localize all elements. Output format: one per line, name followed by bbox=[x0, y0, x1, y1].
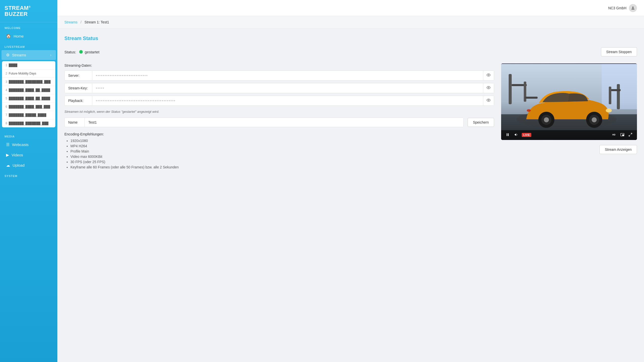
server-toggle-button[interactable] bbox=[483, 71, 494, 80]
name-field-label: Name bbox=[65, 118, 85, 127]
svg-point-21 bbox=[606, 108, 612, 113]
show-stream-button[interactable]: Stream Anzeigen bbox=[599, 145, 637, 154]
breadcrumb-parent[interactable]: Streams bbox=[64, 20, 77, 24]
username: NC3 GmbH bbox=[608, 6, 626, 10]
volume-button[interactable] bbox=[513, 132, 519, 138]
name-input[interactable] bbox=[85, 118, 463, 127]
encoding-item: Video max 6000KBit bbox=[70, 155, 494, 159]
right-column: LIVE HD bbox=[501, 63, 637, 170]
svg-point-1 bbox=[488, 75, 489, 76]
page-body: Stream Status Status: gestartet Stream S… bbox=[57, 28, 644, 177]
svg-rect-27 bbox=[622, 135, 624, 136]
svg-rect-20 bbox=[609, 87, 611, 104]
main-columns: Streaming-Daten: Server: •••••••••••••••… bbox=[64, 63, 637, 170]
logo-line2: BUZZER bbox=[5, 11, 53, 17]
playback-toggle-button[interactable] bbox=[483, 96, 494, 105]
stream-list: 1████ 2Future Mobility Days 3███████_███… bbox=[2, 61, 55, 127]
svg-text:HD: HD bbox=[612, 134, 616, 136]
encoding-item: 30 FPS (oder 25 FPS) bbox=[70, 160, 494, 164]
name-row: Name bbox=[64, 118, 464, 127]
pause-button[interactable] bbox=[505, 132, 511, 138]
playback-field-row: Playback: ••••••••••••••••••••••••••••••… bbox=[64, 96, 494, 106]
breadcrumb: Streams / Stream 1: Test1 bbox=[64, 20, 637, 24]
status-row: Status: gestartet Stream Stoppen bbox=[64, 47, 637, 56]
sidebar-item-upload[interactable]: ☁ Upload bbox=[2, 160, 56, 170]
upload-icon: ☁ bbox=[6, 163, 10, 168]
stream-key-label: Stream-Key: bbox=[65, 84, 92, 93]
list-item[interactable]: 6███████_████_███_███ bbox=[2, 103, 55, 111]
svg-point-0 bbox=[632, 7, 634, 8]
save-button[interactable]: Speichern bbox=[468, 118, 494, 127]
quality-button[interactable]: HD bbox=[611, 132, 617, 138]
sidebar-item-streams[interactable]: ⚙ Streams › bbox=[2, 50, 56, 60]
user-info: NC3 GmbH bbox=[608, 4, 637, 12]
list-item[interactable]: 1████ bbox=[2, 61, 55, 69]
sidebar-item-streams-label: Streams bbox=[12, 53, 26, 57]
breadcrumb-bar: Streams / Stream 1: Test1 bbox=[57, 16, 644, 28]
list-item[interactable]: 4███████_████_██_████ bbox=[2, 86, 55, 94]
video-preview: LIVE HD bbox=[501, 63, 637, 140]
stream-key-value: ••••• bbox=[92, 84, 483, 93]
sidebar-item-home[interactable]: 🏠 Home bbox=[2, 31, 56, 41]
svg-point-13 bbox=[592, 117, 597, 122]
logo-text: STREAM® BUZZER bbox=[5, 5, 53, 17]
webcasts-icon: ☰ bbox=[6, 142, 10, 147]
playback-label: Playback: bbox=[65, 96, 92, 105]
list-item[interactable]: 3███████_████████_███ bbox=[2, 78, 55, 86]
server-value: •••••••••••••••••••••••••••••• bbox=[92, 71, 483, 80]
logo: STREAM® BUZZER bbox=[0, 0, 57, 22]
list-item[interactable]: 5███████_████_██_████ bbox=[2, 94, 55, 103]
pip-button[interactable] bbox=[619, 132, 625, 138]
video-controls-bar: LIVE HD bbox=[501, 130, 637, 140]
encoding-item: Profile Main bbox=[70, 149, 494, 153]
svg-point-22 bbox=[527, 109, 531, 112]
videos-icon: ▶ bbox=[6, 153, 9, 157]
sidebar-section-welcome: WELCOME bbox=[0, 22, 57, 31]
playback-value: ••••••••••••••••••••••••••••••••••••••••… bbox=[92, 96, 483, 105]
status-label: Status: bbox=[64, 50, 76, 54]
fullscreen-button[interactable] bbox=[627, 132, 633, 138]
video-frame bbox=[501, 63, 637, 140]
left-column: Streaming-Daten: Server: •••••••••••••••… bbox=[64, 63, 494, 170]
logo-line1: STREAM® bbox=[5, 5, 31, 11]
video-scene-svg bbox=[501, 63, 637, 140]
video-right-controls: HD bbox=[611, 132, 633, 138]
breadcrumb-current: Stream 1: Test1 bbox=[85, 20, 109, 24]
info-text: Streamen ist möglich, wenn der Status "g… bbox=[64, 110, 494, 114]
server-field-row: Server: •••••••••••••••••••••••••••••• bbox=[64, 70, 494, 81]
user-avatar bbox=[629, 4, 637, 12]
page-title: Stream Status bbox=[64, 35, 637, 41]
status-indicator bbox=[79, 50, 83, 54]
topbar: NC3 GmbH bbox=[57, 0, 644, 16]
svg-line-29 bbox=[629, 135, 630, 136]
server-label: Server: bbox=[65, 71, 92, 80]
main-area: NC3 GmbH Streams / Stream 1: Test1 Strea… bbox=[57, 0, 644, 362]
stop-stream-button[interactable]: Stream Stoppen bbox=[601, 47, 637, 56]
encoding-item: Keyframe alle 60 Frames (oder alle 50 Fr… bbox=[70, 165, 494, 169]
encoding-item: 1920x1080 bbox=[70, 139, 494, 143]
sidebar-item-webcasts[interactable]: ☰ Webcasts bbox=[2, 140, 56, 150]
sidebar: STREAM® BUZZER WELCOME 🏠 Home LIVESTREAM… bbox=[0, 0, 57, 362]
svg-rect-18 bbox=[617, 84, 620, 109]
home-icon: 🏠 bbox=[6, 34, 11, 39]
svg-line-28 bbox=[631, 133, 632, 134]
encoding-list: 1920x1080 MP4 H264 Profile Main Video ma… bbox=[64, 139, 494, 169]
list-item[interactable]: 2Future Mobility Days bbox=[2, 69, 55, 78]
sidebar-item-upload-label: Upload bbox=[13, 163, 25, 167]
sidebar-section-system: SYSTEM bbox=[0, 170, 57, 179]
chevron-right-icon: › bbox=[50, 53, 51, 57]
sidebar-section-media: MEDIA bbox=[0, 131, 57, 139]
streaming-data-label: Streaming-Daten: bbox=[64, 63, 494, 67]
svg-rect-24 bbox=[508, 133, 509, 136]
content-area: Streams / Stream 1: Test1 Stream Status … bbox=[57, 16, 644, 362]
svg-rect-23 bbox=[507, 133, 507, 136]
stream-key-toggle-button[interactable] bbox=[483, 83, 494, 93]
svg-rect-17 bbox=[525, 97, 538, 99]
list-item[interactable]: 8███████_███████_███ bbox=[2, 119, 55, 127]
stream-key-field-row: Stream-Key: ••••• bbox=[64, 83, 494, 93]
list-item[interactable]: 7███████_█████_████ bbox=[2, 111, 55, 119]
gear-icon: ⚙ bbox=[6, 53, 10, 57]
live-badge: LIVE bbox=[522, 133, 531, 137]
status-value: gestartet bbox=[85, 50, 99, 54]
sidebar-item-videos[interactable]: ▶ Videos bbox=[2, 150, 56, 160]
